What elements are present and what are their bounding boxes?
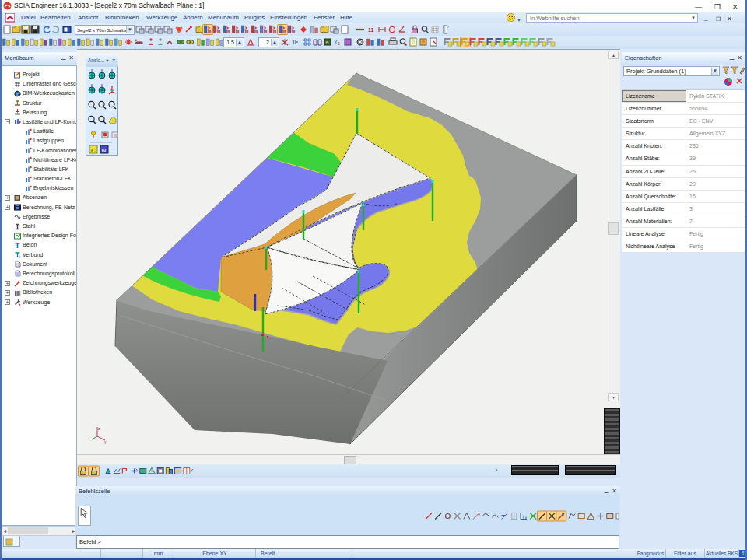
svg-text:C: C xyxy=(91,147,96,154)
svg-text:y: y xyxy=(104,439,107,444)
svg-text:z: z xyxy=(98,426,100,431)
svg-text:N: N xyxy=(102,147,107,154)
